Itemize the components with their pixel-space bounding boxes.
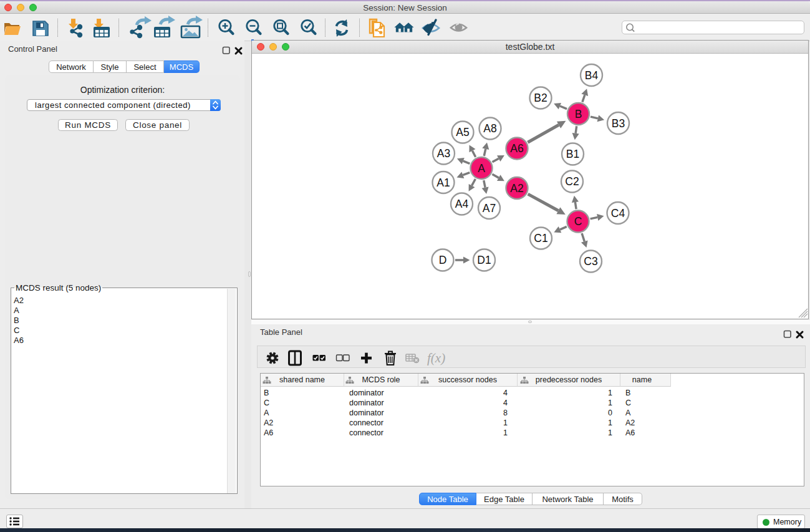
svg-text:f(x): f(x): [427, 351, 445, 365]
